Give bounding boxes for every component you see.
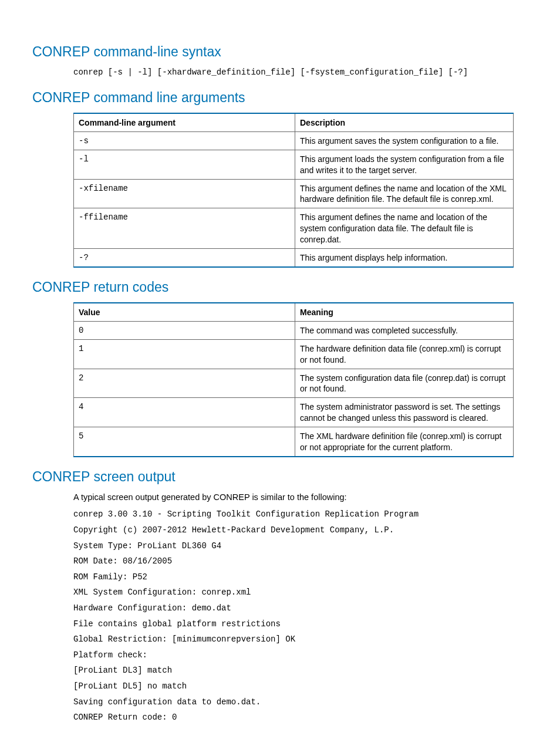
output-lines: conrep 3.00 3.10 - Scripting Toolkit Con…	[73, 507, 525, 725]
desc-cell: This argument displays help information.	[295, 249, 514, 267]
meaning-cell: The hardware definition data file (conre…	[295, 339, 514, 369]
syntax-code: conrep [-s | -l] [-xhardware_definition_…	[73, 67, 525, 78]
arg-cell: -xfilename	[74, 179, 295, 208]
args-table: Command-line argument Description -sThis…	[73, 113, 514, 268]
arg-cell: -?	[74, 249, 295, 267]
table-row: -ffilenameThis argument defines the name…	[74, 208, 514, 249]
args-col1-header: Command-line argument	[74, 113, 295, 131]
table-row: 0The command was completed successfully.	[74, 321, 514, 339]
desc-cell: This argument defines the name and locat…	[295, 208, 514, 249]
heading-args: CONREP command line arguments	[32, 89, 525, 107]
table-row: -xfilenameThis argument defines the name…	[74, 179, 514, 208]
desc-cell: This argument saves the system configura…	[295, 131, 514, 150]
table-row: 2The system configuration data file (con…	[74, 369, 514, 398]
value-cell: 0	[74, 321, 295, 339]
meaning-cell: The system configuration data file (conr…	[295, 369, 514, 398]
desc-cell: This argument loads the system configura…	[295, 150, 514, 179]
value-cell: 4	[74, 398, 295, 427]
codes-col2-header: Meaning	[295, 303, 514, 321]
table-row: 4The system administrator password is se…	[74, 398, 514, 427]
table-row: 5The XML hardware definition file (conre…	[74, 427, 514, 457]
output-intro: A typical screen output generated by CON…	[73, 492, 525, 504]
table-row: 1The hardware definition data file (conr…	[74, 339, 514, 369]
table-row: -sThis argument saves the system configu…	[74, 131, 514, 150]
value-cell: 5	[74, 427, 295, 457]
codes-table: Value Meaning 0The command was completed…	[73, 302, 514, 457]
desc-cell: This argument defines the name and locat…	[295, 179, 514, 208]
heading-syntax: CONREP command-line syntax	[32, 43, 525, 61]
heading-output: CONREP screen output	[32, 468, 525, 486]
meaning-cell: The XML hardware definition file (conrep…	[295, 427, 514, 457]
table-row: -?This argument displays help informatio…	[74, 249, 514, 267]
table-row: -lThis argument loads the system configu…	[74, 150, 514, 179]
meaning-cell: The system administrator password is set…	[295, 398, 514, 427]
value-cell: 2	[74, 369, 295, 398]
arg-cell: -l	[74, 150, 295, 179]
args-col2-header: Description	[295, 113, 514, 131]
codes-col1-header: Value	[74, 303, 295, 321]
value-cell: 1	[74, 339, 295, 369]
heading-codes: CONREP return codes	[32, 278, 525, 296]
meaning-cell: The command was completed successfully.	[295, 321, 514, 339]
arg-cell: -s	[74, 131, 295, 150]
arg-cell: -ffilename	[74, 208, 295, 249]
